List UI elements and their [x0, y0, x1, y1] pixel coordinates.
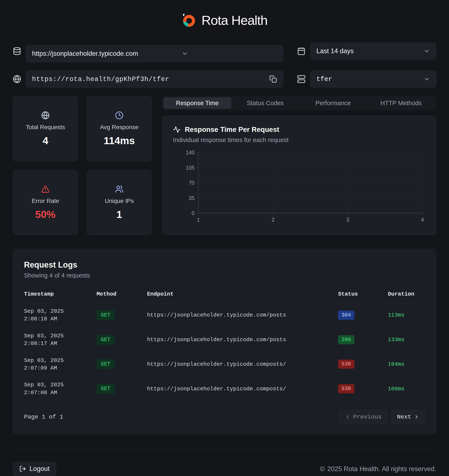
controls-row-2: https://rota.health/gpKhPf3h/tfer tfer — [13, 71, 436, 88]
stats-grid: Total Requests 4 Avg Response 114ms Erro… — [13, 96, 152, 235]
endpoint-cell: https://jsonplaceholder.typicode.com/pos… — [147, 336, 338, 343]
stat-card-unique-ips: Unique IPs 1 — [86, 170, 152, 235]
chart-title: Response Time Per Request — [185, 125, 279, 134]
previous-page-label: Previous — [353, 414, 381, 420]
endpoint-cell: https://jsonplaceholder.typicode.compost… — [147, 386, 338, 392]
logout-button[interactable]: Logout — [13, 462, 56, 476]
response-time-chart: 140 105 70 35 0 1 2 3 4 — [173, 149, 426, 224]
next-page-button[interactable]: Next — [391, 410, 425, 424]
target-site-select[interactable]: https://jsonplaceholder.typicode.com — [26, 45, 283, 62]
log-table-row: Sep 03, 2025 2:07:09 AM GET https://json… — [24, 352, 425, 377]
duration-cell: 113ms — [388, 312, 425, 318]
y-tick-label: 35 — [189, 195, 195, 201]
tab-http-methods[interactable]: HTTP Methods — [367, 97, 435, 109]
timestamp-time: 2:07:09 AM — [24, 364, 97, 372]
stat-label: Unique IPs — [105, 198, 134, 204]
timestamp-cell: Sep 03, 2025 2:07:08 AM — [24, 381, 97, 397]
timestamp-date: Sep 03, 2025 — [24, 332, 97, 340]
status-cell: 530 — [338, 360, 388, 369]
method-cell: GET — [97, 310, 147, 320]
y-tick-label: 0 — [192, 210, 195, 216]
logs-subtitle: Showing 4 of 4 requests — [24, 272, 425, 279]
pagination-buttons: Previous Next — [339, 410, 425, 424]
log-table-row: Sep 03, 2025 2:07:08 AM GET https://json… — [24, 377, 425, 401]
timestamp-date: Sep 03, 2025 — [24, 357, 97, 364]
monitor-select[interactable]: tfer — [310, 71, 436, 88]
copy-icon[interactable] — [269, 75, 277, 83]
method-badge: GET — [97, 335, 115, 345]
stat-value: 114ms — [104, 135, 135, 147]
status-badge: 200 — [338, 335, 354, 344]
log-table-header: Timestamp Method Endpoint Status Duratio… — [24, 287, 425, 303]
clock-icon — [115, 111, 123, 119]
logout-label: Logout — [29, 465, 50, 473]
col-header-status: Status — [338, 291, 388, 297]
response-time-chart-card: Response Time Per Request Individual res… — [162, 116, 436, 235]
stat-card-error-rate: Error Rate 50% — [13, 170, 78, 235]
stat-value: 1 — [116, 209, 122, 220]
request-log-table: Timestamp Method Endpoint Status Duratio… — [24, 287, 425, 401]
tab-status-codes[interactable]: Status Codes — [231, 97, 299, 109]
col-header-method: Method — [97, 291, 147, 297]
tab-performance[interactable]: Performance — [299, 97, 367, 109]
log-table-row: Sep 03, 2025 2:08:18 AM GET https://json… — [24, 303, 425, 328]
globe-icon — [13, 75, 21, 83]
chevron-down-icon — [423, 48, 430, 55]
log-table-row: Sep 03, 2025 2:08:17 AM GET https://json… — [24, 328, 425, 352]
chevron-down-icon — [181, 50, 188, 57]
users-icon — [115, 185, 123, 193]
dashboard-page: Rota Health https://jsonplaceholder.typi… — [0, 0, 449, 476]
chart-column: Response Time Status Codes Performance H… — [162, 96, 436, 235]
status-cell: 304 — [338, 311, 388, 320]
pagination: Page 1 of 1 Previous Next — [24, 410, 425, 424]
request-logs-card: Request Logs Showing 4 of 4 requests Tim… — [13, 249, 436, 434]
timestamp-date: Sep 03, 2025 — [24, 381, 97, 389]
copyright-icon: © — [320, 465, 325, 473]
chevron-right-icon — [414, 414, 419, 419]
previous-page-button[interactable]: Previous — [339, 410, 387, 424]
app-title: Rota Health — [201, 13, 268, 28]
target-site-value: https://jsonplaceholder.typicode.com — [32, 50, 171, 57]
x-tick-label: 3 — [346, 217, 349, 223]
x-tick-label: 4 — [421, 217, 424, 223]
duration-cell: 104ms — [388, 361, 425, 368]
database-icon — [13, 47, 21, 55]
stat-card-avg-response: Avg Response 114ms — [86, 96, 152, 161]
status-cell: 200 — [338, 335, 388, 344]
logout-icon — [19, 465, 26, 472]
monitor-url-value: https://rota.health/gpKhPf3h/tfer — [32, 75, 169, 83]
log-table-body: Sep 03, 2025 2:08:18 AM GET https://json… — [24, 303, 425, 401]
status-cell: 530 — [338, 384, 388, 393]
date-range-select[interactable]: Last 14 days — [310, 43, 436, 60]
timestamp-cell: Sep 03, 2025 2:08:18 AM — [24, 307, 97, 323]
next-page-label: Next — [397, 414, 411, 420]
status-badge: 530 — [338, 384, 354, 393]
controls-row-1: https://jsonplaceholder.typicode.com Las… — [13, 40, 436, 62]
x-tick-label: 1 — [197, 217, 200, 223]
monitor-url-field[interactable]: https://rota.health/gpKhPf3h/tfer — [26, 71, 283, 88]
endpoint-cell: https://jsonplaceholder.typicode.compost… — [147, 361, 338, 368]
chevron-down-icon — [423, 76, 430, 82]
status-badge: 530 — [338, 360, 354, 369]
stat-value: 50% — [35, 209, 56, 220]
y-tick-label: 140 — [186, 149, 195, 155]
chevron-left-icon — [345, 414, 351, 419]
footer: Logout Logged in as: tony@rotahealth.com… — [13, 462, 436, 476]
method-badge: GET — [97, 310, 115, 320]
chart-tabs: Response Time Status Codes Performance H… — [162, 96, 436, 110]
date-range-group: Last 14 days — [297, 43, 436, 60]
footer-left: Logout Logged in as: tony@rotahealth.com — [13, 462, 114, 476]
timestamp-cell: Sep 03, 2025 2:08:17 AM — [24, 332, 97, 347]
stat-value: 4 — [43, 135, 48, 147]
stat-label: Total Requests — [26, 124, 65, 130]
stat-label: Error Rate — [32, 198, 59, 204]
col-header-endpoint: Endpoint — [147, 291, 338, 297]
status-badge: 304 — [338, 311, 354, 320]
tab-response-time[interactable]: Response Time — [163, 97, 231, 109]
server-icon — [297, 75, 305, 83]
monitor-select-value: tfer — [316, 75, 332, 83]
page-indicator: Page 1 of 1 — [24, 414, 63, 420]
duration-cell: 106ms — [388, 386, 425, 392]
y-tick-label: 105 — [186, 165, 195, 171]
method-cell: GET — [97, 384, 147, 394]
